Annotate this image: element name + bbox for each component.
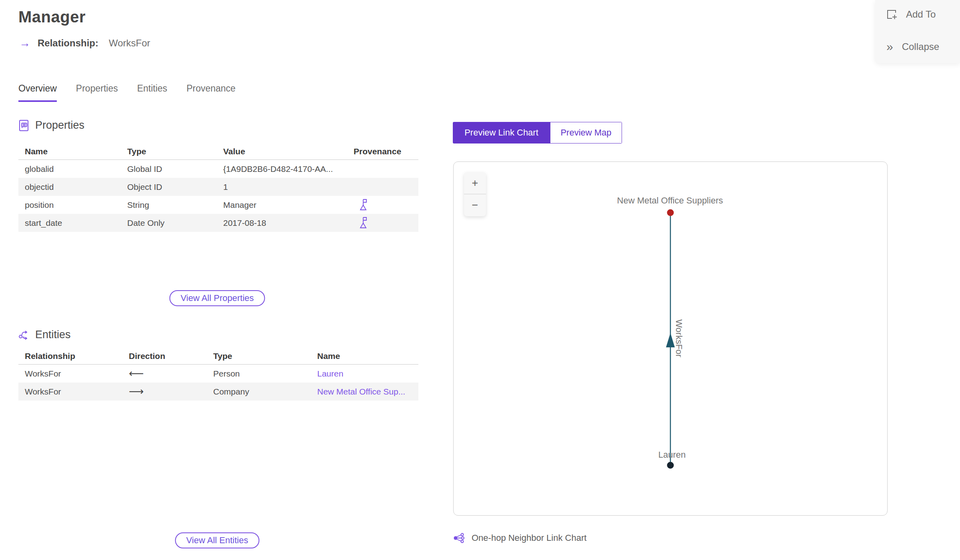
entities-icon xyxy=(18,329,30,341)
add-to-button[interactable]: Add To xyxy=(886,9,936,20)
relationship-label: Relationship: xyxy=(38,38,98,49)
col-value: Value xyxy=(217,147,347,156)
edge-label-worksfor: WorksFor xyxy=(674,319,684,357)
property-row-position: position String Manager xyxy=(18,196,418,214)
collapse-chevrons-icon: » xyxy=(886,41,893,53)
entities-section-header: Entities xyxy=(18,329,71,341)
col-direction: Direction xyxy=(122,351,207,361)
property-name: globalid xyxy=(18,164,121,174)
relationship-arrow-icon: → xyxy=(19,38,30,49)
col-name: Name xyxy=(311,351,418,361)
node-company[interactable] xyxy=(667,209,674,216)
chart-caption: One-hop Neighbor Link Chart xyxy=(453,533,586,543)
col-name: Name xyxy=(18,147,121,156)
property-provenance xyxy=(347,217,418,229)
link-chart-graph xyxy=(454,162,888,516)
tab-provenance[interactable]: Provenance xyxy=(186,83,236,102)
property-row-globalid: globalid Global ID {1A9DB2B6-D482-4170-A… xyxy=(18,160,418,178)
entity-row-lauren: WorksFor ⟵ Person Lauren xyxy=(18,365,418,383)
property-type: Object ID xyxy=(121,182,217,192)
direction-left-arrow-icon: ⟵ xyxy=(122,367,207,380)
chart-caption-text: One-hop Neighbor Link Chart xyxy=(472,533,586,543)
tab-properties[interactable]: Properties xyxy=(76,83,118,102)
add-to-icon xyxy=(886,9,897,20)
floating-action-panel: Add To » Collapse xyxy=(875,0,960,63)
entity-relationship: WorksFor xyxy=(18,387,122,397)
preview-map-button[interactable]: Preview Map xyxy=(550,122,622,143)
provenance-flag-icon[interactable] xyxy=(358,199,368,211)
property-value: Manager xyxy=(217,200,347,210)
property-name: objectid xyxy=(18,182,121,192)
one-hop-link-chart-icon xyxy=(453,533,465,543)
entity-type: Company xyxy=(207,387,311,397)
property-type: String xyxy=(121,200,217,210)
preview-toggle: Preview Link Chart Preview Map xyxy=(453,122,622,143)
properties-table-header: Name Type Value Provenance xyxy=(18,143,418,160)
property-value: 1 xyxy=(217,182,347,192)
relationship-subtitle: → Relationship: WorksFor xyxy=(19,38,150,49)
properties-section-title: Properties xyxy=(35,119,84,132)
property-name: start_date xyxy=(18,218,121,228)
entities-section-title: Entities xyxy=(35,329,71,341)
entities-table: Relationship Direction Type Name WorksFo… xyxy=(18,348,418,401)
relationship-detail-page: Manager → Relationship: WorksFor Add To … xyxy=(0,0,960,560)
col-type: Type xyxy=(207,351,311,361)
node-person[interactable] xyxy=(667,462,674,469)
properties-section-header: Properties xyxy=(18,119,84,132)
col-provenance: Provenance xyxy=(347,147,418,156)
add-to-label: Add To xyxy=(906,9,936,20)
entity-type: Person xyxy=(207,369,311,379)
property-type: Date Only xyxy=(121,218,217,228)
properties-table: Name Type Value Provenance globalid Glob… xyxy=(18,143,418,232)
node-label-person: Lauren xyxy=(658,450,686,460)
preview-link-chart-button[interactable]: Preview Link Chart xyxy=(453,122,550,143)
node-label-company: New Metal Office Suppliers xyxy=(617,195,723,206)
property-name: position xyxy=(18,200,121,210)
property-value: 2017-08-18 xyxy=(217,218,347,228)
view-all-properties-button[interactable]: View All Properties xyxy=(169,290,265,306)
entity-name-link[interactable]: New Metal Office Sup... xyxy=(317,387,405,396)
property-row-start-date: start_date Date Only 2017-08-18 xyxy=(18,214,418,232)
relationship-value: WorksFor xyxy=(109,38,150,49)
properties-icon xyxy=(18,120,30,132)
provenance-flag-icon[interactable] xyxy=(358,217,368,229)
entity-name-link[interactable]: Lauren xyxy=(317,369,343,378)
link-chart-preview-panel[interactable]: + − New Metal Office Suppliers Lauren Wo… xyxy=(453,161,888,516)
col-relationship: Relationship xyxy=(18,351,122,361)
entity-relationship: WorksFor xyxy=(18,369,122,379)
page-title: Manager xyxy=(18,8,86,26)
collapse-label: Collapse xyxy=(902,41,939,52)
entity-row-company: WorksFor ⟶ Company New Metal Office Sup.… xyxy=(18,383,418,401)
col-type: Type xyxy=(121,147,217,156)
property-row-objectid: objectid Object ID 1 xyxy=(18,178,418,196)
collapse-button[interactable]: » Collapse xyxy=(886,41,939,53)
tab-overview[interactable]: Overview xyxy=(18,83,57,102)
property-provenance xyxy=(347,199,418,211)
direction-right-arrow-icon: ⟶ xyxy=(122,385,207,398)
tab-entities[interactable]: Entities xyxy=(137,83,167,102)
detail-tabs: Overview Properties Entities Provenance xyxy=(18,83,236,102)
property-value: {1A9DB2B6-D482-4170-AA... xyxy=(217,164,347,174)
property-type: Global ID xyxy=(121,164,217,174)
view-all-entities-button[interactable]: View All Entities xyxy=(175,532,260,548)
entities-table-header: Relationship Direction Type Name xyxy=(18,348,418,365)
